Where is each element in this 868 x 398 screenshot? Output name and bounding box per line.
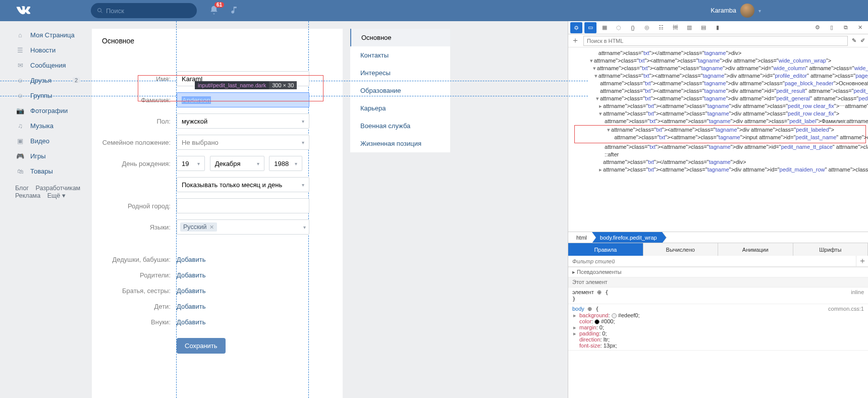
nav-my-page[interactable]: ⌂Моя Страница bbox=[15, 27, 86, 42]
dom-tree-line[interactable]: ▸attrname">class="txt"><attrname">class=… bbox=[568, 102, 868, 110]
nav-games[interactable]: 🎮Игры bbox=[15, 148, 86, 163]
tab-life[interactable]: Жизненная позиция bbox=[350, 135, 450, 152]
info-icon[interactable]: ⊕ bbox=[587, 306, 592, 312]
dom-tree-line[interactable]: attrname">class="txt"><attrname">class="… bbox=[568, 80, 868, 87]
dom-tree-line[interactable]: attrname">class="txt"><attrname">class="… bbox=[568, 143, 868, 151]
tab-military[interactable]: Военная служба bbox=[350, 117, 450, 135]
nav-video[interactable]: ▣Видео bbox=[15, 133, 86, 148]
dock-side-icon[interactable]: ▯ bbox=[826, 22, 838, 33]
last-name-input[interactable]: Anderson bbox=[177, 92, 309, 107]
vk-logo-icon[interactable] bbox=[16, 4, 30, 18]
footer-more[interactable]: Ещё ▾ bbox=[47, 192, 66, 199]
dt-tool-5[interactable]: {} bbox=[627, 22, 639, 33]
tab-fonts[interactable]: Шрифты bbox=[793, 243, 869, 256]
dom-tree-line[interactable]: ▾attrname">class="txt"><attrname">class=… bbox=[568, 95, 868, 102]
pseudo-section[interactable]: ▸ Псевдоэлементы bbox=[572, 269, 621, 275]
nav-groups[interactable]: ☺Группы bbox=[15, 88, 86, 103]
add-grandchild-button[interactable]: Добавить bbox=[177, 318, 205, 326]
inspect-element-button[interactable]: ⯐ bbox=[570, 22, 582, 33]
gamepad-icon: 🎮 bbox=[15, 151, 25, 161]
dom-tree-line[interactable]: ▾attrname">class="txt"><attrname">class=… bbox=[568, 72, 868, 80]
tab-contacts[interactable]: Контакты bbox=[350, 46, 450, 64]
footer-dev[interactable]: Разработчикам bbox=[36, 185, 81, 192]
dom-tree-line[interactable]: ▾attrname">class="txt"><attrname">class=… bbox=[568, 57, 868, 65]
dt-tool-3[interactable]: ▦ bbox=[599, 22, 611, 33]
popout-icon[interactable]: ⧉ bbox=[840, 22, 852, 33]
nav-market[interactable]: 🛍Товары bbox=[15, 163, 86, 179]
dom-tree-line[interactable]: ::after bbox=[568, 151, 868, 158]
msg-icon: ✉ bbox=[15, 60, 25, 70]
add-parent-button[interactable]: Добавить bbox=[177, 271, 205, 279]
dom-tree-line[interactable]: attrname">class="txt"><attrname">class="… bbox=[575, 134, 865, 142]
tab-animations[interactable]: Анимации bbox=[718, 243, 793, 256]
remove-tag-icon[interactable]: ✕ bbox=[209, 224, 214, 231]
search-box[interactable] bbox=[91, 3, 197, 18]
lang-select[interactable]: Русский✕▾ bbox=[177, 219, 309, 235]
hometown-input[interactable] bbox=[177, 198, 309, 213]
css-declaration[interactable]: ▸background: #edeef0; bbox=[572, 312, 864, 318]
dt-tool-4[interactable]: ◌ bbox=[613, 22, 625, 33]
tab-career[interactable]: Карьера bbox=[350, 99, 450, 117]
settings-icon[interactable]: ⚙ bbox=[811, 22, 824, 33]
dom-tree-line[interactable]: attrname">class="txt"></attrname">class=… bbox=[568, 49, 868, 57]
crumb-html[interactable]: html bbox=[568, 232, 592, 243]
crumb-body[interactable]: body.firefox.pedit_wrap bbox=[592, 232, 662, 243]
nav-music[interactable]: ♫Музыка bbox=[15, 118, 86, 133]
search-input[interactable] bbox=[106, 7, 191, 15]
add-rule-button[interactable]: ＋ bbox=[856, 256, 868, 266]
css-declaration[interactable]: ▸padding: 0; bbox=[572, 330, 864, 336]
nav-messages[interactable]: ✉Сообщения bbox=[15, 58, 86, 73]
tab-general[interactable]: Основное bbox=[350, 29, 450, 46]
css-declaration[interactable]: color: #000; bbox=[572, 318, 864, 324]
css-declaration[interactable]: direction: ltr; bbox=[572, 336, 864, 343]
css-declaration[interactable]: font-size: 13px; bbox=[572, 343, 864, 349]
add-sibling-button[interactable]: Добавить bbox=[177, 287, 205, 295]
save-button[interactable]: Сохранить bbox=[177, 338, 226, 354]
nav-photos[interactable]: 📷Фотографии bbox=[15, 103, 86, 118]
tab-interests[interactable]: Интересы bbox=[350, 64, 450, 82]
dom-tree-line[interactable]: ▾attrname">class="txt"><attrname">class=… bbox=[568, 65, 868, 72]
styles-pane[interactable]: ▸ Псевдоэлементы Этот элемент inline эле… bbox=[568, 267, 868, 398]
bday-month-select[interactable]: Декабря▾ bbox=[210, 156, 264, 171]
bday-visibility-select[interactable]: Показывать только месяц и день▾ bbox=[177, 177, 309, 192]
add-grandparent-button[interactable]: Добавить bbox=[177, 256, 205, 263]
dt-tool-9[interactable]: ▥ bbox=[683, 22, 695, 33]
dt-tool-7[interactable]: ☷ bbox=[655, 22, 667, 33]
footer-blog[interactable]: Блог bbox=[15, 185, 29, 192]
dt-tool-11[interactable]: ▮ bbox=[712, 22, 724, 33]
lang-tag[interactable]: Русский✕ bbox=[180, 222, 217, 232]
tab-computed[interactable]: Вычислено bbox=[643, 243, 719, 256]
new-tab-icon[interactable]: ＋ bbox=[571, 35, 579, 46]
dom-tree-line[interactable]: ▸attrname">class="txt"><attrname">class=… bbox=[568, 166, 868, 174]
eyedropper-icon[interactable]: ✐ bbox=[860, 37, 865, 44]
dom-tree-line[interactable]: ▾attrname">class="txt"><attrname">class=… bbox=[575, 126, 865, 134]
dt-tool-10[interactable]: ▤ bbox=[697, 22, 710, 33]
sex-select[interactable]: мужской▾ bbox=[177, 113, 309, 129]
footer-ads[interactable]: Реклама bbox=[15, 192, 40, 199]
add-child-button[interactable]: Добавить bbox=[177, 303, 205, 310]
tab-education[interactable]: Образование bbox=[350, 82, 450, 99]
bday-day-select[interactable]: 19▾ bbox=[177, 156, 205, 171]
music-icon[interactable] bbox=[230, 6, 239, 16]
dom-tree[interactable]: attrname">class="txt"></attrname">class=… bbox=[568, 47, 868, 232]
dt-html-search[interactable] bbox=[583, 36, 848, 46]
dom-tree-line[interactable]: attrname">class="txt"></attrname">class=… bbox=[568, 158, 868, 166]
dom-tree-line[interactable]: attrname">class="txt"><attrname">class="… bbox=[568, 87, 868, 95]
notifications-icon[interactable]: 61 bbox=[209, 5, 219, 17]
marital-select[interactable]: Не выбрано▾ bbox=[177, 135, 309, 150]
edit-icon[interactable]: ✎ bbox=[852, 37, 856, 44]
nav-news[interactable]: ☰Новости bbox=[15, 42, 86, 58]
dt-tool-6[interactable]: ◎ bbox=[641, 22, 653, 33]
nav-friends[interactable]: ☺Друзья2 bbox=[15, 73, 86, 88]
responsive-mode-button[interactable]: ▭ bbox=[584, 22, 596, 33]
user-menu[interactable]: Karamba ▾ bbox=[711, 4, 761, 18]
info-icon[interactable]: ⊕ bbox=[597, 289, 602, 295]
dt-tool-8[interactable]: 卌 bbox=[669, 22, 681, 33]
css-declaration[interactable]: ▸margin: 0; bbox=[572, 324, 864, 330]
close-icon[interactable]: ✕ bbox=[854, 22, 866, 33]
dom-tree-line[interactable]: ▾attrname">class="txt"><attrname">class=… bbox=[568, 110, 868, 118]
styles-filter-input[interactable] bbox=[568, 256, 856, 266]
tab-rules[interactable]: Правила bbox=[568, 243, 643, 256]
bday-year-select[interactable]: 1988▾ bbox=[269, 156, 302, 171]
dom-tree-line[interactable]: attrname">class="txt"><attrname">class="… bbox=[568, 118, 868, 125]
